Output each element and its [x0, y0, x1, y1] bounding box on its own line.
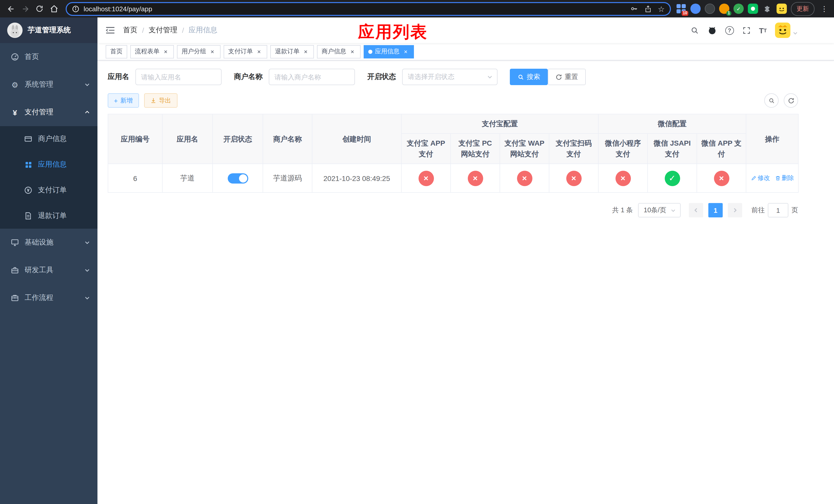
sidebar-subitem-app-info[interactable]: 应用信息 — [0, 152, 97, 177]
browser-forward-button[interactable] — [19, 2, 32, 15]
address-bar[interactable]: localhost:1024/pay/app ☆ — [66, 2, 671, 16]
search-icon — [518, 74, 524, 80]
tab-merchant-info[interactable]: 商户信息 × — [317, 45, 360, 58]
merchant-name-input[interactable] — [269, 69, 355, 85]
profile-avatar-icon[interactable] — [776, 4, 787, 14]
share-icon[interactable] — [644, 5, 652, 13]
sidebar-toggle-button[interactable] — [106, 26, 115, 35]
col-header-wx-app: 微信 APP 支付 — [697, 134, 746, 164]
breadcrumb-home[interactable]: 首页 — [123, 26, 137, 35]
extension-badge: 10 — [682, 11, 688, 16]
status-toggle[interactable] — [227, 173, 248, 183]
avatar-emoji-icon — [775, 23, 790, 38]
tab-pay-order[interactable]: 支付订单 × — [224, 45, 267, 58]
refresh-table-button[interactable] — [784, 93, 798, 108]
col-header-alipay-wap: 支付宝 WAP 网站支付 — [500, 134, 549, 164]
sidebar-item-system[interactable]: ⚙ 系统管理 — [0, 71, 97, 98]
font-size-icon[interactable]: TT — [759, 26, 767, 35]
close-tab-icon[interactable]: × — [162, 48, 169, 55]
search-icon[interactable] — [690, 26, 699, 35]
delete-link[interactable]: 删除 — [775, 174, 794, 183]
app-table: 应用编号 应用名 开启状态 商户名称 创建时间 支付宝配置 微信配置 操作 支付… — [108, 114, 798, 193]
chevron-down-icon — [84, 82, 90, 88]
close-tab-icon[interactable]: × — [256, 48, 263, 55]
password-key-icon[interactable] — [630, 5, 638, 13]
close-tab-icon[interactable]: × — [209, 48, 216, 55]
reload-icon — [36, 5, 44, 13]
sidebar-item-workflow[interactable]: 工作流程 — [0, 284, 97, 312]
fullscreen-icon[interactable] — [742, 26, 751, 35]
add-button[interactable]: + 新增 — [108, 93, 139, 108]
tab-app-info[interactable]: 应用信息 × — [364, 45, 414, 58]
edit-link[interactable]: 修改 — [751, 174, 770, 183]
close-tab-icon[interactable]: × — [349, 48, 356, 55]
sidebar-subitem-refund-order[interactable]: 退款订单 — [0, 203, 97, 229]
home-icon — [49, 4, 58, 13]
col-header-alipay-app: 支付宝 APP 支付 — [401, 134, 451, 164]
card-icon — [24, 135, 33, 143]
breadcrumb-payment[interactable]: 支付管理 — [149, 26, 177, 35]
merchant-name-label: 商户名称 — [234, 72, 263, 82]
document-icon — [24, 212, 33, 220]
alipay-app-status-icon: × — [418, 170, 434, 186]
github-icon[interactable] — [707, 25, 717, 35]
monitor-icon — [10, 238, 20, 247]
browser-back-button[interactable] — [4, 2, 18, 15]
sidebar-item-devtools[interactable]: 研发工具 — [0, 256, 97, 284]
refresh-icon — [788, 97, 794, 104]
site-info-icon[interactable] — [72, 5, 80, 13]
extension-chat-icon[interactable] — [748, 4, 758, 14]
extension-dark-icon[interactable] — [705, 4, 715, 14]
extension-check-icon[interactable]: ✓ — [733, 4, 744, 14]
help-icon[interactable]: ? — [725, 26, 734, 35]
extension-grid-icon[interactable]: 10 — [676, 4, 686, 14]
col-header-status: 开启状态 — [213, 114, 263, 164]
app-name-input[interactable] — [135, 69, 222, 85]
user-avatar[interactable] — [775, 23, 798, 38]
tab-process-form[interactable]: 流程表单 × — [130, 45, 174, 58]
search-button[interactable]: 搜索 — [510, 69, 548, 85]
emoji-avatar-icon — [776, 4, 787, 14]
extension-avatar-icon[interactable]: 1 — [719, 4, 729, 14]
sidebar-item-payment[interactable]: ¥ 支付管理 — [0, 98, 97, 126]
next-page-button[interactable] — [728, 203, 742, 217]
page-size-select[interactable]: 10条/页 — [638, 203, 681, 217]
status-label: 开启状态 — [367, 72, 396, 82]
browser-menu-button[interactable]: ⋮ — [819, 5, 830, 13]
export-button[interactable]: 导出 — [144, 93, 177, 108]
col-header-create-time: 创建时间 — [312, 114, 401, 164]
tab-refund-order[interactable]: 退款订单 × — [270, 45, 314, 58]
tab-user-group[interactable]: 用户分组 × — [177, 45, 221, 58]
tab-home[interactable]: 首页 — [106, 45, 127, 58]
toggle-search-button[interactable] — [764, 93, 778, 108]
close-tab-icon[interactable]: × — [302, 48, 309, 55]
extension-blue-icon[interactable] — [690, 4, 701, 14]
coin-icon — [24, 186, 33, 194]
col-header-app-name: 应用名 — [162, 114, 213, 164]
rabbit-icon — [8, 25, 22, 38]
close-tab-icon[interactable]: × — [402, 48, 409, 55]
download-icon — [150, 97, 156, 104]
bookmark-star-icon[interactable]: ☆ — [658, 5, 665, 13]
forward-arrow-icon — [21, 4, 29, 13]
question-mark-icon: ? — [725, 26, 734, 35]
extensions-puzzle-icon[interactable] — [762, 4, 772, 14]
sidebar-subitem-merchant-info[interactable]: 商户信息 — [0, 126, 97, 152]
status-select[interactable]: 请选择开启状态 — [402, 69, 498, 85]
goto-page-input[interactable] — [768, 203, 788, 217]
goto-prefix-label: 前往 — [751, 206, 765, 215]
prev-page-button[interactable] — [689, 203, 703, 217]
browser-home-button[interactable] — [47, 2, 61, 15]
wx-app-status-icon: × — [714, 170, 729, 186]
url-text[interactable]: localhost:1024/pay/app — [84, 5, 626, 13]
sidebar-logo[interactable]: 芋道管理系统 — [0, 18, 97, 43]
browser-reload-button[interactable] — [33, 2, 46, 15]
page-number-button[interactable]: 1 — [708, 203, 723, 217]
reset-button[interactable]: 重置 — [548, 69, 586, 85]
logo-rabbit-icon — [7, 23, 23, 38]
browser-update-button[interactable]: 更新 — [791, 2, 814, 16]
sidebar-item-home[interactable]: 首页 — [0, 43, 97, 71]
refresh-icon — [555, 74, 562, 80]
sidebar-item-infra[interactable]: 基础设施 — [0, 229, 97, 256]
sidebar-subitem-pay-order[interactable]: 支付订单 — [0, 177, 97, 203]
